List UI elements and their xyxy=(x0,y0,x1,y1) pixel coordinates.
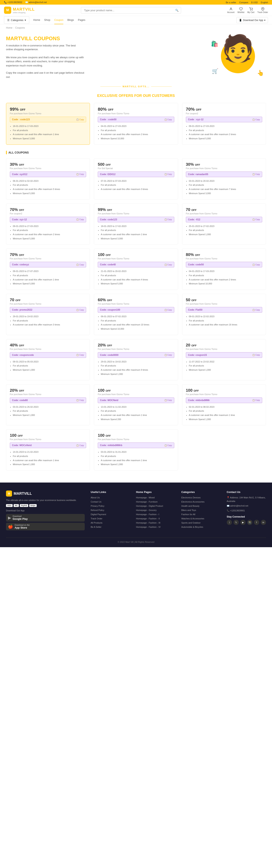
social-icons: ⟩ 𝕏 ▶ 📸 f in xyxy=(227,520,266,525)
all-products-link[interactable]: All Products xyxy=(91,522,102,524)
digital-payment-link[interactable]: Digital Payment xyxy=(91,513,106,516)
download-app-button[interactable]: 📱 Download Our App ▾ xyxy=(236,17,268,23)
coupon-source-3: For coupon2 xyxy=(186,112,262,115)
social-linkedin[interactable]: in xyxy=(261,520,266,525)
coupon-card: 30% OFF For purchase from Gizmo Tizmo Co… xyxy=(182,158,266,199)
privacy-link[interactable]: Privacy Policy xyxy=(91,505,104,507)
copy-btn[interactable]: 📋 Copy xyxy=(164,354,172,356)
copy-btn[interactable]: 📋 Copy xyxy=(164,444,172,446)
code-row: Code: code80 📋 Copy xyxy=(10,398,86,403)
exclusive-section: EXCLUSIVE OFFERS FOR OUR CUSTOMERS 99% O… xyxy=(0,90,272,483)
nav-left: ☰ Categories ▾ Home Shop Coupon Blogs Pa… xyxy=(4,16,85,24)
menu-icon: ☰ xyxy=(7,19,10,22)
coupon-card: 20% OFF For purchase from Gizmo Tizmo Co… xyxy=(6,384,90,426)
nav-pages[interactable]: Pages xyxy=(78,16,85,24)
logo-name: MARTVILL xyxy=(13,7,35,11)
list-item: Track Order xyxy=(91,517,130,520)
top-bar: 📞 +12013829832 ✉️ admin@techvil.net Be a… xyxy=(0,0,272,5)
nav-blogs[interactable]: Blogs xyxy=(67,16,74,24)
social-facebook[interactable]: f xyxy=(254,520,259,525)
categories-list: Electronics Devices Electronics Accessor… xyxy=(181,496,220,528)
copy-btn[interactable]: 📋 Copy xyxy=(76,218,84,221)
copy-btn[interactable]: 📋 Copy xyxy=(76,173,84,175)
coupon-card: 70% OFF For coupon2 Code: xyz-12 📋 Copy … xyxy=(6,204,90,245)
all-coupons-grid: 30% OFF For purchase from Gizmo Tizmo Co… xyxy=(6,158,266,470)
copy-btn[interactable]: 📋 Copy xyxy=(252,173,260,175)
copy-btn[interactable]: 📋 Copy xyxy=(164,399,172,401)
code-row: Code: EID012 📋 Copy xyxy=(98,172,174,177)
about-us-link[interactable]: About Us xyxy=(91,496,100,499)
copy-button-3[interactable]: 📋 Copy xyxy=(252,119,260,121)
copy-btn[interactable]: 📋 Copy xyxy=(164,218,172,221)
copy-btn[interactable]: 📋 Copy xyxy=(252,218,260,221)
google-play-button[interactable]: ▶ Download Google Play xyxy=(6,514,85,522)
footer-categories: Categories Electronics Devices Electroni… xyxy=(181,491,220,532)
social-youtube[interactable]: ▶ xyxy=(240,520,246,525)
logo-text-block: MARTVILL online shopping xyxy=(13,7,35,13)
copy-btn[interactable]: 📋 Copy xyxy=(76,264,84,266)
copy-button-2[interactable]: 📋 Copy xyxy=(164,119,172,121)
contact-link[interactable]: Contact Uc xyxy=(91,500,101,503)
compare-link[interactable]: Compare xyxy=(239,1,248,4)
detail-item: Minimum Spend 10,000 xyxy=(101,137,174,141)
coupon-off-1: 99% OFF xyxy=(10,107,86,112)
cart-icon-btn[interactable]: My Cart xyxy=(247,7,254,13)
mc-badge: MC xyxy=(13,504,19,507)
copy-btn[interactable]: 📋 Copy xyxy=(164,309,172,311)
code-row: Code: MOCNeid 📋 Copy xyxy=(98,398,174,403)
exclusive-title: EXCLUSIVE OFFERS FOR OUR CUSTOMERS xyxy=(6,94,266,98)
copy-btn[interactable]: 📋 Copy xyxy=(76,354,84,356)
coupon-off-3: 70% OFF xyxy=(186,107,262,112)
list-item: Automobile & Bicycles xyxy=(181,525,220,528)
coupon-card: 60% OFF For purchase from Gizmo Tizmo Co… xyxy=(94,294,178,335)
social-rss[interactable]: ⟩ xyxy=(227,520,232,525)
chevron-down-icon: ▾ xyxy=(25,19,26,22)
categories-button[interactable]: ☰ Categories ▾ xyxy=(4,17,29,24)
hero-desc1: A revolution in the e-commerce industry … xyxy=(6,43,76,52)
copy-button-1[interactable]: 📋 Copy xyxy=(76,119,84,121)
copy-btn[interactable]: 📋 Copy xyxy=(76,444,84,446)
copy-btn[interactable]: 📋 Copy xyxy=(252,354,260,356)
wishlist-icon-btn[interactable]: Wishlist xyxy=(238,7,244,13)
nav-home[interactable]: Home xyxy=(33,16,40,24)
social-instagram[interactable]: 📸 xyxy=(247,520,252,525)
visa-badge: VISA xyxy=(6,504,12,507)
coupon-card: 70 OFF For purchase from Gizmo Tizmo Cod… xyxy=(182,204,266,245)
featured-coupons-grid: 99% OFF For purchase from Gizmo Tizmo Co… xyxy=(6,103,266,145)
phone-icon-footer: 📞 xyxy=(227,509,230,512)
list-item: Be A Seller xyxy=(91,525,130,528)
nav-shop[interactable]: Shop xyxy=(44,16,50,24)
stay-connected: Stay Connected ⟩ 𝕏 ▶ 📸 f in xyxy=(227,515,266,525)
copy-btn[interactable]: 📋 Copy xyxy=(252,309,260,311)
language-link[interactable]: English xyxy=(261,1,268,4)
copy-btn[interactable]: 📋 Copy xyxy=(164,173,172,175)
detail-item: 18-01-2023 to 17-03-2023 xyxy=(13,124,86,128)
social-twitter[interactable]: 𝕏 xyxy=(234,520,239,525)
copy-btn[interactable]: 📋 Copy xyxy=(252,399,260,401)
app-store-button[interactable]: 🍎 Download on the App Store xyxy=(6,523,85,530)
be-seller-link-footer[interactable]: Be A Seller xyxy=(91,526,101,528)
download-buttons: Download Our App ▶ Download Google Play … xyxy=(6,509,85,531)
all-coupons-section: ALL COUPONS 30% OFF For purchase from Gi… xyxy=(6,151,266,470)
usd-link[interactable]: $ USD xyxy=(251,1,258,4)
stay-connected-title: Stay Connected xyxy=(227,515,266,518)
hero-desc3: Copy the coupon codes and use it on the … xyxy=(6,71,86,79)
track-order-link[interactable]: Track Order xyxy=(91,517,102,520)
nav-coupon[interactable]: Coupon xyxy=(54,16,63,24)
refund-link[interactable]: Refund Policy xyxy=(91,509,104,512)
code-row: Code: xyz012 📋 Copy xyxy=(10,172,86,177)
copy-btn[interactable]: 📋 Copy xyxy=(76,309,84,311)
search-input[interactable] xyxy=(81,7,181,13)
account-icon-btn[interactable]: Account xyxy=(227,7,234,13)
coupon-card: 20 OFF For purchase from Gizmo Tizmo Cod… xyxy=(182,339,266,380)
copy-btn[interactable]: 📋 Copy xyxy=(164,264,172,266)
search-button[interactable]: 🔍 xyxy=(173,7,181,13)
be-seller-link[interactable]: Be a seller xyxy=(226,1,236,4)
track-order-icon-btn[interactable]: Track Order xyxy=(258,7,268,13)
logo[interactable]: M MARTVILL online shopping xyxy=(4,7,35,14)
top-bar-left: 📞 +12013829832 ✉️ admin@techvil.net xyxy=(4,1,47,4)
copy-btn[interactable]: 📋 Copy xyxy=(76,399,84,401)
footer-col-title: Useful Links xyxy=(91,491,130,494)
copy-btn[interactable]: 📋 Copy xyxy=(252,264,260,266)
breadcrumb-home[interactable]: Home xyxy=(6,26,12,29)
